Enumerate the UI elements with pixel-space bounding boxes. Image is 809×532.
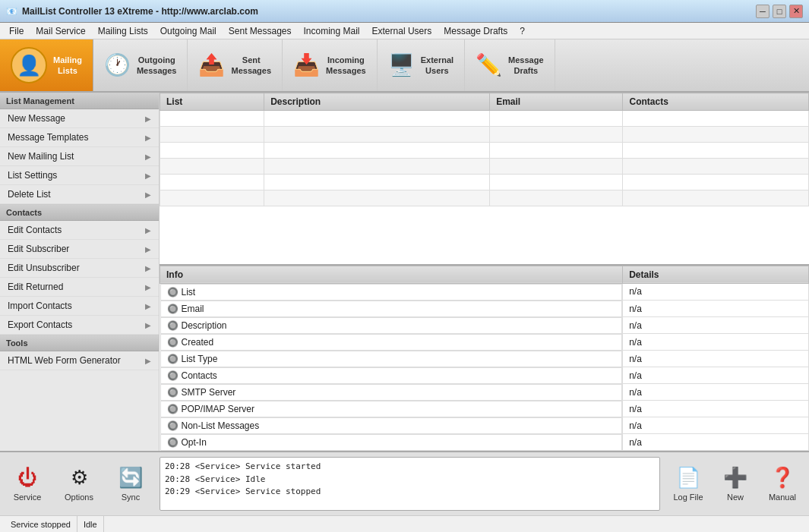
- table-row[interactable]: [160, 127, 809, 143]
- menu-help[interactable]: ?: [514, 24, 531, 38]
- table-row[interactable]: [160, 111, 809, 127]
- right-buttons: 📄 Log File ➕ New ❓ Manual: [666, 457, 804, 511]
- details-row: 🔘 Description n/a: [160, 317, 809, 334]
- detail-info-label: Contacts: [182, 370, 217, 381]
- details-info-cell: 🔘 List: [160, 284, 623, 301]
- status-idle: Idle: [77, 516, 104, 532]
- log-file-label: Log File: [673, 493, 703, 502]
- log-file-button[interactable]: 📄 Log File: [666, 461, 710, 506]
- options-icon: ⚙: [71, 466, 88, 490]
- manual-button[interactable]: ❓ Manual: [760, 461, 804, 506]
- app-title: MailList Controller 13 eXtreme - http://…: [22, 6, 258, 17]
- options-button[interactable]: ⚙ Options: [56, 457, 102, 511]
- menu-outgoing-mail[interactable]: Outgoing Mail: [154, 24, 223, 38]
- details-value-cell: n/a: [623, 367, 809, 384]
- minimize-button[interactable]: ─: [756, 5, 769, 18]
- table-row[interactable]: [160, 159, 809, 175]
- new-label: New: [727, 493, 744, 502]
- detail-info-label: List Type: [182, 354, 218, 364]
- menu-mail-service[interactable]: Mail Service: [30, 24, 91, 38]
- toolbar-sent-messages[interactable]: 📤 SentMessages: [188, 39, 283, 91]
- close-button[interactable]: ✕: [789, 5, 803, 18]
- menu-sent-messages[interactable]: Sent Messages: [223, 24, 298, 38]
- menu-message-drafts[interactable]: Message Drafts: [438, 24, 514, 38]
- menu-incoming-mail[interactable]: Incoming Mail: [298, 24, 366, 38]
- details-area: Info Details 🔘 List n/a 🔘 Email n/a 🔘 De…: [160, 264, 809, 452]
- sidebar-item-list-settings[interactable]: List Settings ▶: [0, 166, 159, 185]
- col-list: List: [160, 93, 264, 111]
- toolbar-mailing-lists[interactable]: 👤 MailingLists: [0, 39, 93, 91]
- service-button[interactable]: ⏻ Service: [5, 457, 50, 511]
- arrow-icon: ▶: [145, 357, 151, 365]
- mailing-list-table: List Description Email Contacts: [160, 93, 809, 206]
- toolbar-outgoing-messages[interactable]: 🕐 OutgoingMessages: [93, 39, 188, 91]
- sidebar-item-edit-contacts[interactable]: Edit Contacts ▶: [0, 221, 159, 240]
- menu-mailing-lists[interactable]: Mailing Lists: [92, 24, 154, 38]
- sidebar-item-message-templates[interactable]: Message Templates ▶: [0, 128, 159, 147]
- toolbar-incoming-label: IncomingMessages: [326, 55, 366, 77]
- details-info-cell: 🔘 Created: [160, 334, 623, 351]
- detail-info-label: List: [182, 287, 196, 297]
- detail-icon: 🔘: [167, 287, 179, 297]
- details-row: 🔘 Non-List Messages n/a: [160, 417, 809, 434]
- toolbar-external-users[interactable]: 🖥️ ExternalUsers: [378, 39, 465, 91]
- detail-info-label: Created: [182, 337, 214, 348]
- table-row[interactable]: [160, 143, 809, 159]
- sidebar-item-edit-returned[interactable]: Edit Returned ▶: [0, 278, 159, 297]
- menu-file[interactable]: File: [3, 24, 30, 38]
- log-line-3: 20:29 <Service> Service stopped: [165, 486, 655, 499]
- titlebar-content: 📧 MailList Controller 13 eXtreme - http:…: [6, 6, 258, 17]
- mailing-lists-icon: 👤: [11, 47, 47, 83]
- maximize-button[interactable]: □: [773, 5, 786, 18]
- sidebar: List Management New Message ▶ Message Te…: [0, 93, 160, 451]
- sidebar-item-new-mailing-list[interactable]: New Mailing List ▶: [0, 147, 159, 166]
- details-row: 🔘 Email n/a: [160, 301, 809, 317]
- sidebar-label-edit-returned: Edit Returned: [8, 282, 63, 292]
- table-row[interactable]: [160, 175, 809, 190]
- sent-messages-icon: 📤: [198, 55, 225, 76]
- new-button[interactable]: ➕ New: [713, 461, 757, 506]
- details-info-cell: 🔘 Contacts: [160, 367, 623, 384]
- details-info-cell: 🔘 Email: [160, 301, 623, 317]
- options-label: Options: [65, 493, 93, 502]
- details-info-cell: 🔘 SMTP Server: [160, 384, 623, 401]
- arrow-icon: ▶: [145, 283, 151, 291]
- details-value-cell: n/a: [623, 401, 809, 417]
- details-row: 🔘 SMTP Server n/a: [160, 384, 809, 401]
- arrow-icon: ▶: [145, 190, 151, 199]
- menu-external-users[interactable]: External Users: [366, 24, 438, 38]
- power-icon: ⏻: [17, 466, 37, 490]
- sidebar-item-import-contacts[interactable]: Import Contacts ▶: [0, 297, 159, 316]
- statusbar: Service stopped Idle: [0, 515, 809, 532]
- sidebar-item-new-message[interactable]: New Message ▶: [0, 109, 159, 128]
- outgoing-messages-icon: 🕐: [104, 55, 131, 76]
- status-extra: [104, 516, 804, 532]
- sync-button[interactable]: 🔄 Sync: [108, 457, 153, 511]
- col-contacts: Contacts: [623, 93, 809, 111]
- details-info-cell: 🔘 List Type: [160, 351, 623, 367]
- details-table: Info Details 🔘 List n/a 🔘 Email n/a 🔘 De…: [160, 266, 809, 452]
- toolbar: 👤 MailingLists 🕐 OutgoingMessages 📤 Sent…: [0, 39, 809, 93]
- details-value-cell: n/a: [623, 351, 809, 367]
- sidebar-item-delete-list[interactable]: Delete List ▶: [0, 185, 159, 204]
- arrow-icon: ▶: [145, 264, 151, 272]
- arrow-icon: ▶: [145, 172, 151, 180]
- details-row: 🔘 List Type n/a: [160, 351, 809, 367]
- sidebar-item-export-contacts[interactable]: Export Contacts ▶: [0, 316, 159, 335]
- sync-label: Sync: [122, 493, 140, 502]
- log-line-2: 20:28 <Service> Idle: [165, 474, 655, 486]
- sidebar-item-edit-subscriber[interactable]: Edit Subscriber ▶: [0, 240, 159, 259]
- arrow-icon: ▶: [145, 226, 151, 235]
- detail-icon: 🔘: [167, 354, 179, 364]
- toolbar-outgoing-label: OutgoingMessages: [137, 55, 177, 77]
- toolbar-message-drafts[interactable]: ✏️ MessageDrafts: [465, 39, 555, 91]
- details-value-cell: n/a: [623, 434, 809, 451]
- sidebar-item-edit-unsubscriber[interactable]: Edit Unsubscriber ▶: [0, 259, 159, 278]
- arrow-icon: ▶: [145, 115, 151, 123]
- sidebar-item-html-form-generator[interactable]: HTML Web Form Generator ▶: [0, 351, 159, 370]
- sidebar-label-list-settings: List Settings: [8, 170, 57, 181]
- window-controls[interactable]: ─ □ ✕: [756, 5, 803, 18]
- table-row[interactable]: [160, 190, 809, 206]
- toolbar-incoming-messages[interactable]: 📥 IncomingMessages: [283, 39, 378, 91]
- toolbar-external-label: ExternalUsers: [421, 55, 453, 77]
